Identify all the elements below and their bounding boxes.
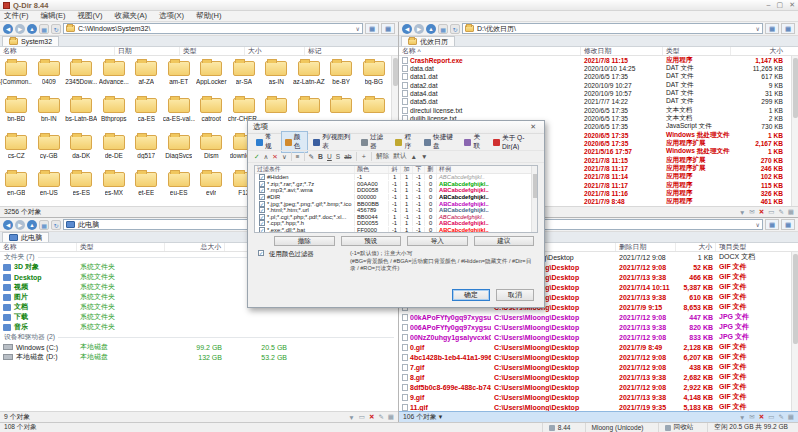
column-header-name[interactable]: 名称 [0, 243, 77, 251]
folder-item[interactable]: bn-BD [0, 95, 33, 132]
scroll-thumb[interactable] [533, 174, 537, 198]
folder-item[interactable]: de-DE [98, 132, 131, 169]
folder-item[interactable]: es-ES [65, 169, 98, 206]
forward-icon[interactable]: ▶ [15, 220, 25, 230]
table-row[interactable]: 006APoFYfy0gq97xygsuZIgXM00?.j... C:\Use… [399, 322, 798, 332]
table-row[interactable]: CrashReport.exe 2021/7/8 11:15 应用程序 1,14… [399, 56, 798, 64]
folder-item[interactable]: cy-GB [33, 132, 66, 169]
menu-item[interactable]: 视图(V) [78, 11, 103, 21]
forward-icon[interactable]: ▶ [414, 24, 424, 34]
remove-row-icon[interactable]: ✕ [272, 153, 278, 161]
funnel-icon[interactable]: ▼ [348, 414, 354, 421]
column-header-size[interactable]: 大小 [245, 47, 305, 55]
column-header-type[interactable]: 类型 [663, 47, 731, 55]
folder-item[interactable]: AppLocker [195, 58, 228, 95]
filter-row[interactable]: ✓*.zip;*.rar;*.gz;*.7z 00AA00 -1 1 -1 0 … [255, 181, 537, 188]
folder-item[interactable]: DiagSvcs [163, 132, 196, 169]
checkbox-checked[interactable]: ✓ [259, 214, 265, 220]
box-icon[interactable]: ▭ [768, 413, 774, 421]
table-row[interactable]: 8.gif C:\Users\Mloong\Desktop 2021/7/13 … [399, 372, 798, 382]
folder-item[interactable]: evlr [195, 169, 228, 206]
status-dropdown-icon[interactable]: ▾ [439, 413, 442, 421]
table-row[interactable]: 音乐 系统文件夹 [0, 322, 398, 332]
table-row[interactable]: directui license.txt 2020/6/5 17:35 文本文档… [399, 106, 798, 114]
column-header-size[interactable]: 大小 [731, 47, 786, 55]
grid-icon[interactable]: ▦ [788, 208, 794, 216]
move-down-icon[interactable]: ∨ [282, 153, 287, 161]
grid-icon[interactable]: ▦ [788, 413, 794, 421]
table-row[interactable]: 7.gif C:\Users\Mloong\Desktop 2021/7/12 … [399, 362, 798, 372]
filter-row[interactable]: ✓*.pl;*.cgi;*.php;*.pdf;*.doc;*.xl... BB… [255, 214, 537, 221]
filter-row[interactable]: ✓*.mp3;*.avi;*.wma DD0058 -1 1 -1 0 ABCa… [255, 187, 537, 194]
sample-ab-button[interactable]: ab [344, 153, 351, 160]
folder-item[interactable]: bs-Latn-BA [65, 95, 98, 132]
add-filter-icon[interactable]: ＋ [361, 152, 368, 161]
views-menu-icon[interactable]: ▦ [39, 24, 49, 34]
menu-item[interactable]: 收藏夹(A) [115, 11, 148, 21]
menu-item[interactable]: 文件(F) [4, 11, 29, 21]
table-row[interactable]: 9.gif C:\Users\Mloong\Desktop 2021/7/13 … [399, 392, 798, 402]
mail-icon[interactable]: ✉ [749, 208, 754, 216]
address-dropdown-icon[interactable]: ∨ [356, 25, 360, 32]
dialog-close-icon[interactable]: ✕ [527, 123, 539, 131]
column-header-name[interactable]: 名称 [0, 47, 115, 55]
checkbox-checked[interactable]: ✓ [259, 187, 265, 193]
folder-item[interactable]: bn-IN [33, 95, 66, 132]
checkbox-checked[interactable]: ✓ [259, 174, 265, 180]
view-mode-button-2[interactable]: ▦ [381, 23, 395, 34]
column-header-item-type[interactable]: 项目类型 [716, 243, 791, 251]
apply-check-icon[interactable]: ✓ [254, 153, 260, 161]
folder-item[interactable]: as-IN [260, 58, 293, 95]
table-row[interactable]: data4.dat 2020/10/9 10:57 DAT 文件 31 KB [399, 89, 798, 97]
folder-item[interactable]: {Common... [0, 58, 33, 95]
folder-item[interactable]: bg-BG [358, 58, 391, 95]
mail-icon[interactable]: ✉ [749, 413, 754, 421]
column-header-total[interactable]: 总大小 [165, 243, 225, 251]
checkbox-checked[interactable]: ✓ [259, 220, 265, 226]
folder-item[interactable]: dg517 [130, 132, 163, 169]
col-filter[interactable]: 过滤条件 [255, 166, 355, 173]
folder-item[interactable]: Bthprops [98, 95, 131, 132]
refresh-icon[interactable]: ↻ [450, 24, 460, 34]
edit-icon[interactable]: ✎ [778, 208, 783, 216]
checkbox-checked[interactable]: ✓ [259, 227, 265, 233]
bold-button[interactable]: B [318, 153, 323, 160]
color-picker-icon[interactable]: ✎ [309, 153, 315, 161]
folder-item[interactable]: en-US [33, 169, 66, 206]
folder-item[interactable]: am-ET [163, 58, 196, 95]
col-bold[interactable]: 加 [401, 166, 413, 173]
column-header-type[interactable]: 类型 [180, 47, 245, 55]
table-row[interactable]: Windows (C:) 本地磁盘 99.2 GB 20.5 GB [0, 342, 398, 352]
up-icon[interactable]: ▲ [426, 24, 436, 34]
column-header-date[interactable]: 日期 [115, 47, 180, 55]
address-dropdown-icon[interactable]: ∨ [756, 25, 760, 32]
checkbox-checked[interactable]: ✓ [259, 201, 265, 207]
back-icon[interactable]: ◀ [3, 220, 13, 230]
column-header-type[interactable]: 类型 [77, 243, 165, 251]
checkbox-checked[interactable]: ✓ [259, 194, 265, 200]
dialog-tab[interactable]: 关于 Q-Dir(A) [489, 132, 540, 152]
table-row[interactable]: data.dat 2020/10/10 14:25 DAT 文件 11,265 … [399, 64, 798, 72]
folder-item[interactable]: Advance... [98, 58, 131, 95]
address-bar-top-left[interactable]: C:\Windows\System32\ ∨ [63, 23, 363, 34]
filter-row[interactable]: ✓*.cpp;*.hpp;*.h DD0055 -1 1 -1 0 ABCabc… [255, 220, 537, 227]
col-underline[interactable]: 下 [413, 166, 425, 173]
delete-icon[interactable]: ✕ [759, 208, 764, 216]
table-row[interactable]: data5.dat 2021/7/7 14:22 DAT 文件 299 KB [399, 98, 798, 106]
edit-icon[interactable]: ✎ [778, 413, 783, 421]
scrollbar-bottom-right[interactable] [791, 252, 798, 411]
menu-icon[interactable]: ≡ [296, 153, 300, 160]
folder-item[interactable]: cs-CZ [0, 132, 33, 169]
default-button[interactable]: 默认 [393, 152, 406, 161]
address-dropdown-icon[interactable]: ∨ [756, 221, 760, 228]
views-menu-icon[interactable]: ▦ [438, 24, 448, 34]
folder-item[interactable]: ca-ES [130, 95, 163, 132]
folder-item[interactable]: es-MX [98, 169, 131, 206]
cancel-button[interactable]: 取消 [496, 289, 534, 301]
menu-item[interactable]: 帮助(H) [196, 11, 221, 21]
underline-button[interactable]: U [327, 153, 332, 160]
view-mode-button-2[interactable]: ▦ [781, 23, 795, 34]
folder-item[interactable]: 0409 [33, 58, 66, 95]
tab-youxiao-calendar[interactable]: 优效日历 [401, 36, 455, 46]
folder-item[interactable]: da-DK [65, 132, 98, 169]
